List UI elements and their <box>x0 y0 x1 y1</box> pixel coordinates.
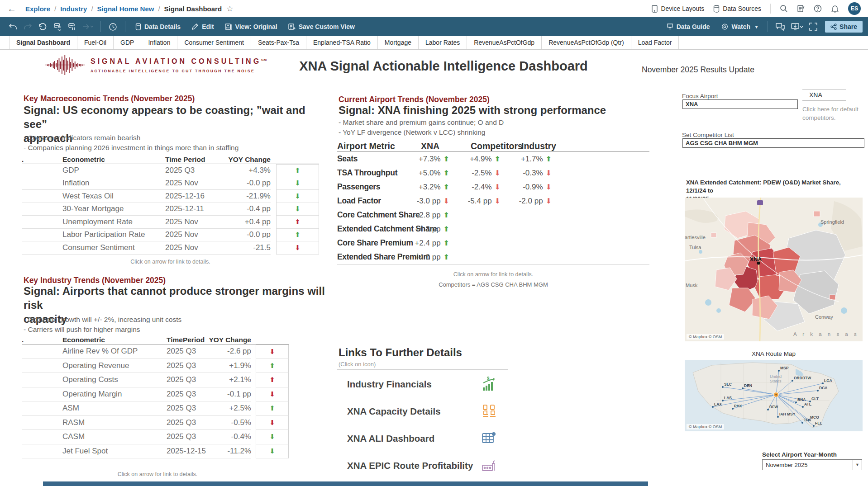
watch-button[interactable]: Watch ▾ <box>715 23 763 30</box>
trend-arrow-link[interactable]: ⬆ <box>276 216 319 229</box>
destination-airport-dot[interactable] <box>795 401 797 403</box>
trend-arrow-link[interactable]: ⬇ <box>256 444 289 459</box>
edit-button[interactable]: Edit <box>186 23 219 30</box>
breadcrumb-item[interactable]: Signal Home New <box>97 5 154 13</box>
fullscreen-icon[interactable] <box>806 23 820 31</box>
download-icon[interactable] <box>788 23 806 31</box>
dashboard-grid-icon[interactable] <box>481 431 496 446</box>
metric-name: Extended Share Premium <box>337 252 410 262</box>
trend-arrow-link[interactable]: ⬆ <box>444 155 449 163</box>
route-map[interactable]: UnitedStatesMSPORDDTWSLCDENLGADCABNACLTA… <box>685 360 863 431</box>
favorite-star-icon[interactable]: ☆ <box>226 4 233 14</box>
tab-revenueaspctofgdp[interactable]: RevenueAsPctOfGdp <box>467 36 542 49</box>
catchment-map[interactable]: SpringfieldartlesvilleTulsaMuskXNAConway… <box>685 198 863 341</box>
destination-airport-dot[interactable] <box>822 382 824 384</box>
trend-arrow-link[interactable]: ⬇ <box>276 177 319 190</box>
tab-consumer-sentiment[interactable]: Consumer Sentiment <box>177 36 251 49</box>
trend-arrow-link[interactable]: ⬆ <box>546 155 552 163</box>
destination-airport-dot[interactable] <box>792 380 793 382</box>
destination-airport-dot[interactable] <box>802 406 804 408</box>
trend-arrow-link[interactable]: ⬆ <box>276 229 319 242</box>
destination-airport-dot[interactable] <box>732 408 734 410</box>
trend-arrow-link[interactable]: ⬇ <box>546 183 552 191</box>
destination-airport-dot[interactable] <box>817 390 819 392</box>
trend-arrow-link[interactable]: ⬇ <box>256 387 289 402</box>
trend-arrow-link[interactable]: ⬆ <box>444 211 449 219</box>
redo-icon[interactable] <box>20 23 35 31</box>
avatar[interactable]: ES <box>848 2 861 15</box>
tab-inflation[interactable]: Inflation <box>141 36 177 49</box>
tab-fuel-oil[interactable]: Fuel-Oil <box>77 36 114 49</box>
run-update-icon[interactable] <box>79 23 96 30</box>
release-notes-icon[interactable] <box>797 5 805 13</box>
help-icon[interactable] <box>814 5 822 13</box>
breadcrumb-item[interactable]: Industry <box>60 5 87 13</box>
trend-arrow-link[interactable]: ⬆ <box>495 155 501 163</box>
tab-signal-dashboard[interactable]: Signal Dashboard <box>9 36 77 49</box>
trend-arrow-link[interactable]: ⬆ <box>444 225 449 233</box>
tab-load-factor[interactable]: Load Factor <box>631 36 679 49</box>
trend-arrow-link[interactable]: ⬆ <box>444 183 449 191</box>
destination-airport-dot[interactable] <box>722 400 724 401</box>
focus-airport-input[interactable]: XNA <box>682 99 798 109</box>
year-month-select[interactable]: November 2025 ▼ <box>762 459 862 470</box>
trend-arrow-link[interactable]: ⬇ <box>276 203 319 216</box>
trend-arrow-link[interactable]: ⬇ <box>256 430 289 444</box>
undo-icon[interactable] <box>5 23 20 31</box>
table-header: .EconometricTimePeriodYOY Change <box>22 335 289 344</box>
pause-updates-icon[interactable] <box>64 23 79 31</box>
trend-arrow-link[interactable]: ⬆ <box>444 169 449 177</box>
destination-airport-dot[interactable] <box>777 416 779 418</box>
trend-arrow-link[interactable]: ⬆ <box>256 359 289 373</box>
trend-arrow-link[interactable]: ⬇ <box>256 344 289 359</box>
airport-terminal-icon[interactable] <box>481 458 496 473</box>
tab-mortgage[interactable]: Mortgage <box>378 36 419 49</box>
trend-arrow-link[interactable]: ⬇ <box>546 169 552 177</box>
row-indent <box>22 359 62 373</box>
financials-chart-icon[interactable]: $ <box>481 377 496 392</box>
tab-revenueaspctofgdp-qtr-[interactable]: RevenueAsPctOfGdp (Qtr) <box>542 36 631 49</box>
data-guide-button[interactable]: Data Guide <box>661 23 715 30</box>
revert-icon[interactable] <box>35 23 50 31</box>
timer-icon[interactable] <box>105 23 120 31</box>
trend-arrow-link[interactable]: ⬇ <box>495 169 501 177</box>
trend-arrow-link[interactable]: ⬇ <box>444 197 449 205</box>
share-button[interactable]: Share <box>825 21 863 33</box>
trend-arrow-link[interactable]: ⬇ <box>276 190 319 203</box>
destination-airport-dot[interactable] <box>742 387 744 389</box>
view-original-button[interactable]: View: Original <box>219 23 283 30</box>
trend-arrow-link[interactable]: ⬆ <box>276 164 319 177</box>
destination-airport-dot[interactable] <box>813 425 815 427</box>
comments-icon[interactable] <box>773 23 788 31</box>
refresh-data-icon[interactable] <box>50 23 64 31</box>
trend-arrow-link[interactable]: ⬆ <box>444 253 449 261</box>
notifications-bell-icon[interactable] <box>831 5 839 13</box>
competitor-list-input[interactable]: AGS CSG CHA BHM MGM <box>682 138 864 148</box>
save-custom-view-button[interactable]: Save Custom View <box>283 23 360 30</box>
tab-enplaned-tsa-ratio[interactable]: Enplaned-TSA Ratio <box>306 36 378 49</box>
trend-arrow-link[interactable]: ⬇ <box>276 241 319 255</box>
destination-airport-dot[interactable] <box>722 386 724 388</box>
destination-airport-dot[interactable] <box>801 422 803 424</box>
trend-arrow-link[interactable]: ⬇ <box>495 183 501 191</box>
trend-arrow-link[interactable]: ⬇ <box>495 197 501 205</box>
destination-airport-dot[interactable] <box>712 406 714 408</box>
breadcrumb-item[interactable]: Explore <box>25 5 50 13</box>
tab-seats-pax-tsa[interactable]: Seats-Pax-Tsa <box>251 36 306 49</box>
trend-arrow-link[interactable]: ⬆ <box>256 401 289 416</box>
default-competitors-button[interactable]: XNA <box>802 89 846 101</box>
search-icon[interactable] <box>780 5 788 13</box>
tab-labor-rates[interactable]: Labor Rates <box>419 36 467 49</box>
trend-arrow-link[interactable]: ⬇ <box>256 416 289 430</box>
trend-arrow-link[interactable]: ⬆ <box>444 239 449 247</box>
destination-airport-dot[interactable] <box>767 409 769 411</box>
airline-seats-icon[interactable] <box>481 404 496 419</box>
tab-gdp[interactable]: GDP <box>114 36 141 49</box>
back-arrow-icon[interactable]: ← <box>7 4 16 14</box>
data-details-button[interactable]: Data Details <box>130 23 186 30</box>
destination-airport-dot[interactable] <box>778 370 780 372</box>
data-sources-button[interactable]: Data Sources <box>713 5 761 13</box>
trend-arrow-link[interactable]: ⬇ <box>546 197 552 205</box>
trend-arrow-link[interactable]: ⬆ <box>256 373 289 387</box>
device-layouts-button[interactable]: Device Layouts <box>652 5 704 13</box>
